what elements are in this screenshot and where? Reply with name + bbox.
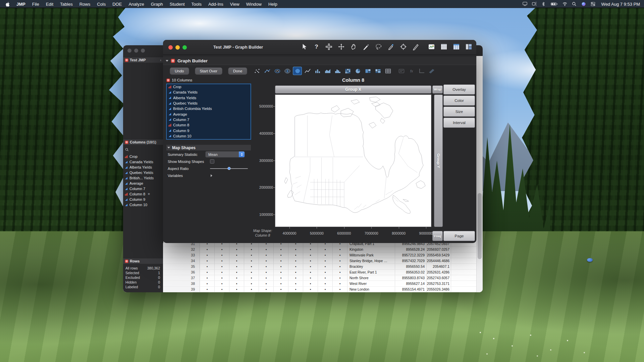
- bluetooth-icon[interactable]: [541, 2, 546, 6]
- stage-manager-icon[interactable]: [532, 2, 537, 6]
- missing-value-cell[interactable]: •: [244, 243, 259, 246]
- aspect-ratio-slider-thumb[interactable]: [227, 167, 230, 170]
- missing-value-cell[interactable]: •: [303, 258, 318, 263]
- missing-value-cell[interactable]: •: [215, 269, 229, 275]
- missing-value-cell[interactable]: •: [288, 275, 303, 281]
- apple-menu[interactable]: [4, 2, 13, 7]
- missing-value-cell[interactable]: •: [333, 287, 347, 292]
- missing-value-cell[interactable]: •: [229, 264, 244, 269]
- missing-value-cell[interactable]: •: [288, 247, 303, 252]
- new-data-table-icon[interactable]: [453, 43, 460, 50]
- menu-view[interactable]: View: [227, 2, 243, 7]
- missing-value-cell[interactable]: •: [244, 275, 259, 281]
- column-item-average[interactable]: Average: [167, 111, 251, 117]
- collapse-triangle-icon[interactable]: [166, 60, 168, 62]
- missing-value-cell[interactable]: •: [244, 258, 259, 263]
- map-shape-zone[interactable]: Map Shape: Column 8: [251, 228, 274, 238]
- y-coordinate-cell[interactable]: 2052743.6057: [427, 275, 451, 281]
- missing-value-cell[interactable]: •: [333, 247, 347, 252]
- element-table-icon[interactable]: [383, 67, 392, 75]
- missing-value-cell[interactable]: •: [333, 258, 347, 263]
- close-button-inactive[interactable]: [127, 49, 131, 53]
- missing-value-cell[interactable]: •: [318, 252, 333, 258]
- done-button[interactable]: Done: [228, 67, 248, 75]
- spotlight-icon[interactable]: [572, 2, 577, 6]
- element-contour-icon[interactable]: [283, 67, 292, 75]
- shape-name-cell[interactable]: Miltonvale Park: [347, 252, 395, 258]
- table-row-39[interactable]: 39••••••••••New London8955154.4971205502…: [163, 287, 477, 292]
- missing-value-cell[interactable]: •: [229, 281, 244, 286]
- vertical-scrollbar[interactable]: [476, 56, 483, 292]
- column-item-column-10[interactable]: Column 10: [167, 133, 251, 139]
- column-item-crop[interactable]: Crop: [167, 84, 251, 89]
- y-coordinate-cell[interactable]: 2054446.4686: [427, 258, 451, 263]
- gb-columns-list[interactable]: CropCanada YieldsAlberta YieldsQuebec Yi…: [166, 84, 251, 139]
- element-smoother-icon[interactable]: [263, 67, 272, 75]
- menu-jmp[interactable]: JMP: [13, 2, 29, 7]
- columns-panel-header[interactable]: Columns (10/1): [123, 139, 163, 145]
- element-bar-icon[interactable]: [313, 67, 322, 75]
- y-coordinate-cell[interactable]: 2055026.3486: [427, 287, 451, 292]
- missing-value-cell[interactable]: •: [259, 264, 274, 269]
- paint-tool-icon[interactable]: [387, 43, 394, 50]
- size-drop-zone[interactable]: Size: [443, 107, 475, 117]
- search-icon[interactable]: [125, 148, 129, 152]
- row-number[interactable]: 37: [163, 275, 200, 281]
- missing-value-cell[interactable]: •: [318, 243, 333, 246]
- menu-rows[interactable]: Rows: [76, 2, 94, 7]
- missing-value-cell[interactable]: •: [200, 252, 215, 258]
- shape-name-cell[interactable]: East River, Part 1: [347, 269, 395, 275]
- element-points-icon[interactable]: [253, 67, 262, 75]
- missing-value-cell[interactable]: •: [215, 247, 229, 252]
- element-area-icon[interactable]: [323, 67, 332, 75]
- column-item-column-8[interactable]: Column 8✳: [123, 191, 163, 197]
- missing-value-cell[interactable]: •: [244, 247, 259, 252]
- color-drop-zone[interactable]: Color: [443, 96, 475, 106]
- aspect-ratio-slider[interactable]: [210, 166, 248, 171]
- element-mosaic-icon[interactable]: [373, 67, 382, 75]
- data-table-icon[interactable]: [440, 43, 447, 50]
- grabber-tool-icon[interactable]: [350, 43, 357, 50]
- chevron-right-icon[interactable]: ›: [160, 58, 161, 62]
- table-row-36[interactable]: 36••••••••••East River, Part 18956353.02…: [163, 269, 477, 275]
- missing-value-cell[interactable]: •: [288, 258, 303, 263]
- column-item-column-9[interactable]: Column 9: [123, 197, 163, 202]
- menu-add-ins[interactable]: Add-Ins: [205, 2, 227, 7]
- missing-value-cell[interactable]: •: [200, 281, 215, 286]
- column-item-alberta-yields[interactable]: Alberta Yields: [167, 95, 251, 101]
- missing-value-cell[interactable]: •: [288, 281, 303, 286]
- missing-value-cell[interactable]: •: [229, 243, 244, 246]
- missing-value-cell[interactable]: •: [303, 247, 318, 252]
- missing-value-cell[interactable]: •: [200, 258, 215, 263]
- missing-value-cell[interactable]: •: [288, 252, 303, 258]
- missing-value-cell[interactable]: •: [229, 269, 244, 275]
- rows-panel-header[interactable]: Rows: [123, 258, 163, 264]
- element-treemap-icon[interactable]: [363, 67, 372, 75]
- missing-value-cell[interactable]: •: [274, 252, 288, 258]
- missing-value-cell[interactable]: •: [318, 287, 333, 292]
- missing-value-cell[interactable]: •: [244, 264, 259, 269]
- menu-doe[interactable]: DOE: [109, 2, 125, 7]
- missing-value-cell[interactable]: •: [274, 247, 288, 252]
- table-row-33[interactable]: 33••••••••••Miltonvale Park8957212.32292…: [163, 252, 477, 258]
- missing-value-cell[interactable]: •: [303, 252, 318, 258]
- column-item-british-colombia-yields[interactable]: British Colombia Yields: [167, 106, 251, 111]
- x-coordinate-cell[interactable]: 8957212.3229: [395, 252, 427, 258]
- move-tool-icon[interactable]: [338, 43, 345, 50]
- pointer-tool-icon[interactable]: [301, 43, 308, 50]
- missing-value-cell[interactable]: •: [303, 264, 318, 269]
- menu-analyze[interactable]: Analyze: [125, 2, 147, 7]
- data-grid[interactable]: 31••••••••••Crapaud, Part 18956246.98432…: [163, 243, 477, 292]
- menu-cols[interactable]: Cols: [94, 2, 109, 7]
- show-missing-checkbox[interactable]: [210, 159, 214, 164]
- missing-value-cell[interactable]: •: [333, 281, 347, 286]
- map-plot-area[interactable]: [275, 95, 431, 227]
- interval-drop-zone[interactable]: Interval: [443, 118, 475, 128]
- missing-value-cell[interactable]: •: [259, 243, 274, 246]
- close-button[interactable]: [168, 45, 173, 50]
- column-item-quebec-yields[interactable]: Quebec Yields: [123, 170, 163, 175]
- expand-triangle-icon[interactable]: [211, 174, 212, 177]
- column-item-column-8[interactable]: Column 8: [167, 122, 251, 128]
- menu-window[interactable]: Window: [243, 2, 265, 7]
- menu-tables[interactable]: Tables: [57, 2, 76, 7]
